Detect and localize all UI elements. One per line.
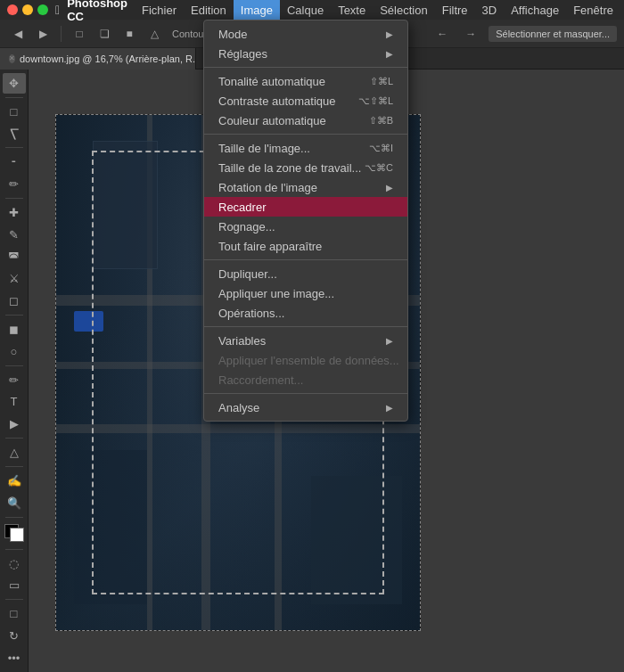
reglages-arrow: ▶: [386, 49, 393, 59]
tool-shape[interactable]: △: [3, 442, 26, 463]
toolbar-nav-2[interactable]: →: [460, 23, 481, 45]
image-dropdown-menu: Mode ▶ Réglages ▶ Tonalité automatique ⇧…: [203, 20, 408, 422]
menu-contraste[interactable]: Contraste automatique ⌥⇧⌘L: [204, 91, 407, 111]
tool-clone[interactable]: ◚: [3, 247, 26, 267]
taille-image-shortcut: ⌥⌘I: [369, 143, 393, 154]
tool-eraser[interactable]: ◻: [3, 291, 26, 311]
tool-separator-1: [5, 97, 23, 98]
tool-separator-6: [5, 438, 23, 438]
menu-operations[interactable]: Opérations...: [204, 303, 407, 323]
menu-affichage[interactable]: Affichage: [504, 0, 566, 20]
tool-screen[interactable]: ▭: [3, 576, 26, 596]
tool-separator-9: [5, 549, 23, 550]
tool-type[interactable]: T: [3, 392, 26, 413]
tool-select-rect[interactable]: □: [3, 102, 26, 122]
menu-reglages[interactable]: Réglages ▶: [204, 44, 407, 63]
toolbar-tool-4[interactable]: △: [144, 23, 165, 45]
tool-path-select[interactable]: ▶: [3, 414, 26, 434]
tool-pen[interactable]: ✏: [3, 370, 26, 390]
tool-hand[interactable]: ✍: [3, 471, 26, 491]
traffic-lights: [0, 4, 55, 15]
menu-calque[interactable]: Calque: [280, 0, 331, 20]
tool-separator-3: [5, 198, 23, 199]
toolbar-tool-3[interactable]: ■: [119, 23, 140, 45]
tool-separator-7: [5, 466, 23, 467]
menu-dupliquer[interactable]: Dupliquer...: [204, 264, 407, 283]
tool-separator-4: [5, 315, 23, 316]
menu-texte[interactable]: Texte: [331, 0, 373, 20]
menu-tout-faire[interactable]: Tout faire apparaître: [204, 236, 407, 256]
menubar:  Photoshop CC Fichier Edition Image Cal…: [0, 0, 624, 20]
tab-close-icon[interactable]: ✕: [9, 54, 15, 63]
toolbar-separator-1: [61, 26, 62, 42]
tool-crop[interactable]: ⁃: [3, 152, 26, 172]
tool-separator-2: [5, 147, 23, 148]
toolbar-nav-1[interactable]: ←: [431, 23, 453, 45]
document-tab[interactable]: ✕ downtown.jpg @ 16,7% (Arrière-plan, R.…: [0, 48, 196, 70]
couleur-auto-shortcut: ⇧⌘B: [369, 115, 393, 127]
toolbar-tool-2[interactable]: ❏: [94, 23, 115, 45]
menu-couleur-auto[interactable]: Couleur automatique ⇧⌘B: [204, 111, 407, 130]
tool-dodge[interactable]: ○: [3, 341, 26, 362]
tool-separator-5: [5, 365, 23, 366]
tool-zoom[interactable]: 🔍: [3, 493, 26, 513]
tool-rotate[interactable]: ↻: [3, 626, 26, 646]
rotation-arrow: ▶: [386, 183, 393, 193]
menu-3d[interactable]: 3D: [475, 0, 505, 20]
menu-recadrer[interactable]: Recadrer: [204, 197, 407, 217]
left-toolbar: ✥ □ ⎲ ⁃ ✏ ✚ ✎ ◚ ⚔ ◻ ◼ ○ ✏ T ▶ △ ✍ 🔍 ◌ ▭ …: [0, 70, 29, 672]
tool-color-box[interactable]: [4, 524, 24, 541]
separator-2: [204, 134, 407, 135]
tool-lasso[interactable]: ⎲: [3, 124, 26, 144]
menu-aide[interactable]: Aide: [620, 0, 624, 20]
tool-separator-10: [5, 599, 23, 600]
analyse-arrow: ▶: [386, 403, 393, 413]
menu-appliquer-ensemble: Appliquer l'ensemble de données...: [204, 350, 407, 370]
tool-brush[interactable]: ✎: [3, 225, 26, 245]
menu-rotation[interactable]: Rotation de l'image ▶: [204, 177, 407, 197]
tool-eyedropper[interactable]: ✏: [3, 174, 26, 194]
tool-heal[interactable]: ✚: [3, 202, 26, 223]
tab-label: downtown.jpg @ 16,7% (Arrière-plan, R...: [20, 53, 196, 64]
contraste-shortcut: ⌥⇧⌘L: [358, 95, 393, 107]
tool-history[interactable]: ⚔: [3, 269, 26, 290]
menu-appliquer-image[interactable]: Appliquer une image...: [204, 283, 407, 303]
separator-3: [204, 259, 407, 260]
toolbar-right: ← → Sélectionner et masquer...: [431, 23, 617, 45]
minimize-button[interactable]: [22, 4, 33, 15]
tool-move[interactable]: ✥: [3, 73, 26, 94]
menu-raccordement: Raccordement...: [204, 370, 407, 389]
taille-zone-shortcut: ⌥⌘C: [365, 162, 393, 174]
toolbar-arrow-left[interactable]: ◀: [7, 23, 29, 45]
tool-separator-8: [5, 517, 23, 518]
tool-3d[interactable]: •••: [3, 648, 26, 668]
separator-5: [204, 393, 407, 394]
maximize-button[interactable]: [37, 4, 48, 15]
menu-taille-zone[interactable]: Taille de la zone de travail... ⌥⌘C: [204, 158, 407, 177]
toolbar-tool-1[interactable]: □: [69, 23, 90, 45]
menu-variables[interactable]: Variables ▶: [204, 331, 407, 350]
menu-image[interactable]: Image: [234, 0, 280, 20]
mode-arrow: ▶: [386, 29, 393, 39]
menu-edition[interactable]: Edition: [184, 0, 234, 20]
tool-artboard[interactable]: □: [3, 603, 26, 624]
menu-selection[interactable]: Sélection: [373, 0, 434, 20]
background-color[interactable]: [10, 528, 24, 542]
menu-analyse[interactable]: Analyse ▶: [204, 397, 407, 417]
toolbar-arrow-right[interactable]: ▶: [32, 23, 53, 45]
select-mask-button[interactable]: Sélectionner et masquer...: [489, 26, 617, 42]
separator-1: [204, 67, 407, 68]
tool-mask[interactable]: ◌: [3, 553, 26, 574]
tool-gradient[interactable]: ◼: [3, 319, 26, 340]
close-button[interactable]: [7, 4, 18, 15]
menu-fenetre[interactable]: Fenêtre: [566, 0, 620, 20]
separator-4: [204, 326, 407, 327]
menu-fichier[interactable]: Fichier: [135, 0, 184, 20]
app-name[interactable]: Photoshop CC: [60, 0, 135, 23]
menu-filtre[interactable]: Filtre: [435, 0, 475, 20]
menu-rognage[interactable]: Rognage...: [204, 217, 407, 236]
menu-mode[interactable]: Mode ▶: [204, 24, 407, 44]
menu-tonalite[interactable]: Tonalité automatique ⇧⌘L: [204, 71, 407, 91]
tonalite-shortcut: ⇧⌘L: [370, 76, 393, 87]
menu-taille-image[interactable]: Taille de l'image... ⌥⌘I: [204, 138, 407, 158]
